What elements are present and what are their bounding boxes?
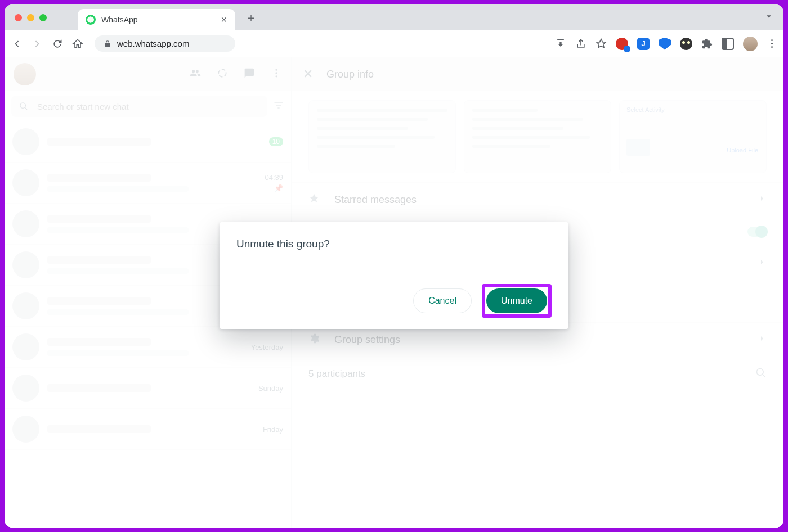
tab-close-button[interactable]: ✕ (221, 15, 227, 24)
back-button[interactable] (11, 38, 23, 49)
address-bar[interactable]: web.whatsapp.com (95, 35, 235, 52)
side-panel-icon[interactable] (722, 38, 734, 50)
browser-tab-strip: WhatsApp ✕ ＋ (5, 4, 783, 30)
extension-icon-3[interactable] (659, 38, 671, 50)
nav-buttons (11, 38, 83, 49)
reload-button[interactable] (52, 38, 63, 49)
share-icon[interactable] (575, 38, 586, 49)
forward-button[interactable] (32, 38, 43, 49)
home-button[interactable] (72, 38, 83, 49)
browser-tab[interactable]: WhatsApp ✕ (78, 9, 235, 30)
lock-icon (104, 40, 111, 48)
tabs-overflow-button[interactable] (763, 11, 774, 24)
window-controls (15, 14, 47, 21)
extension-icon-2[interactable]: J (637, 38, 650, 50)
window-minimize-button[interactable] (27, 14, 34, 21)
window-maximize-button[interactable] (39, 14, 47, 21)
new-tab-button[interactable]: ＋ (245, 10, 257, 25)
page-content: 10 04:39 📌 (5, 57, 783, 528)
window-close-button[interactable] (15, 14, 22, 21)
dialog-title: Unmute this group? (236, 238, 552, 250)
whatsapp-favicon-icon (86, 15, 96, 25)
unmute-button[interactable]: Unmute (486, 288, 547, 313)
url-text: web.whatsapp.com (117, 39, 189, 48)
browser-toolbar: web.whatsapp.com J (5, 30, 783, 57)
toolbar-right: J (555, 37, 777, 51)
unmute-dialog: Unmute this group? Cancel Unmute (220, 222, 568, 329)
browser-window: WhatsApp ✕ ＋ web.whatsapp.com J (5, 4, 783, 528)
dialog-actions: Cancel Unmute (236, 284, 552, 318)
profile-avatar[interactable] (743, 37, 758, 51)
bookmark-star-icon[interactable] (596, 38, 607, 49)
extensions-menu-icon[interactable] (701, 38, 713, 49)
modal-overlay[interactable]: Unmute this group? Cancel Unmute (5, 57, 783, 528)
install-app-icon[interactable] (555, 38, 566, 49)
annotation-highlight: Unmute (482, 284, 552, 318)
browser-menu-button[interactable] (767, 39, 777, 48)
extension-icon-1[interactable] (616, 38, 628, 50)
extension-icon-4[interactable] (680, 38, 692, 50)
cancel-button[interactable]: Cancel (413, 288, 472, 313)
tab-title: WhatsApp (101, 15, 138, 24)
